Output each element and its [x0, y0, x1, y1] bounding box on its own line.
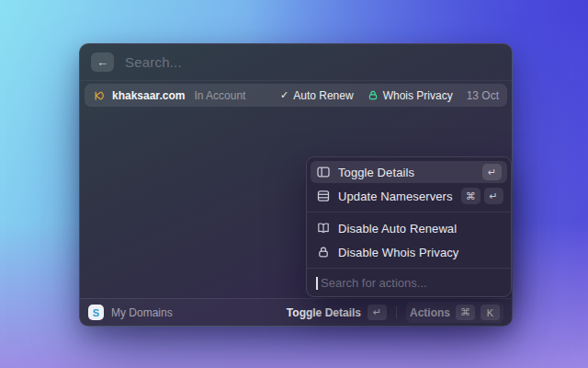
menu-section-divider [307, 212, 511, 213]
primary-action-button[interactable]: Toggle Details [287, 306, 361, 319]
status-bar-divider [396, 306, 397, 318]
menu-item-toggle-details[interactable]: Toggle Details ↵ [311, 161, 507, 183]
actions-popup: Toggle Details ↵ Update Nameservers ⌘ ↵ … [306, 156, 512, 297]
whois-privacy-label: Whois Privacy [383, 89, 453, 102]
menu-item-shortcut: ↵ [482, 164, 502, 180]
menu-item-label: Disable Whois Privacy [338, 246, 502, 259]
back-button[interactable]: ← [91, 52, 114, 72]
menu-item-label: Disable Auto Renewal [338, 222, 502, 236]
menu-search-divider [307, 268, 511, 269]
renewal-date: 13 Oct [467, 89, 499, 102]
actions-search-placeholder: Search for actions... [321, 276, 427, 290]
k-keycap: K [481, 305, 500, 320]
app-logo-icon: S [88, 305, 104, 320]
text-cursor [316, 277, 318, 290]
status-bar-actions: Toggle Details ↵ Actions ⌘ K [287, 302, 503, 323]
command-keycap: ⌘ [456, 305, 475, 320]
return-keycap: ↵ [484, 188, 503, 204]
app-logo-letter: S [93, 307, 99, 318]
sidebar-layout-icon [316, 166, 330, 179]
actions-search-input[interactable]: Search for actions... [311, 273, 507, 293]
menu-item-update-nameservers[interactable]: Update Nameservers ⌘ ↵ [311, 185, 507, 207]
back-arrow-icon: ← [96, 55, 108, 69]
return-keycap: ↵ [482, 164, 502, 180]
auto-renew-label: Auto Renew [293, 89, 353, 102]
command-keycap: ⌘ [461, 188, 481, 204]
domain-row-meta: ✓ Auto Renew Whois Privacy 13 Oct [280, 89, 499, 102]
lock-icon [368, 89, 379, 101]
return-keycap: ↵ [368, 305, 387, 320]
check-icon: ✓ [280, 89, 288, 101]
search-header: ← Search... [80, 44, 512, 81]
domain-name: khaksaar.com [112, 89, 185, 102]
server-stack-icon [316, 190, 330, 203]
lock-icon [316, 246, 330, 259]
actions-menu-button[interactable]: Actions ⌘ K [406, 302, 503, 323]
domain-favicon-icon [93, 89, 106, 102]
auto-renew-badge: ✓ Auto Renew [280, 89, 354, 102]
menu-item-disable-whois-privacy[interactable]: Disable Whois Privacy [311, 241, 507, 263]
menu-item-label: Toggle Details [338, 166, 474, 179]
domain-list-item-selected[interactable]: khaksaar.com In Account ✓ Auto Renew Who… [85, 84, 507, 107]
open-book-icon [316, 222, 330, 236]
whois-privacy-badge: Whois Privacy [368, 89, 453, 102]
search-input[interactable]: Search... [125, 54, 501, 70]
menu-item-shortcut: ⌘ ↵ [461, 188, 503, 204]
account-status-label: In Account [194, 89, 245, 102]
menu-item-label: Update Nameservers [338, 190, 453, 203]
status-bar: S My Domains Toggle Details ↵ Actions ⌘ … [80, 298, 512, 326]
desktop: { "window": { "search": { "back_glyph": … [0, 0, 588, 368]
actions-label: Actions [410, 306, 450, 319]
extension-title: My Domains [111, 306, 173, 319]
menu-item-disable-auto-renewal[interactable]: Disable Auto Renewal [311, 217, 507, 239]
